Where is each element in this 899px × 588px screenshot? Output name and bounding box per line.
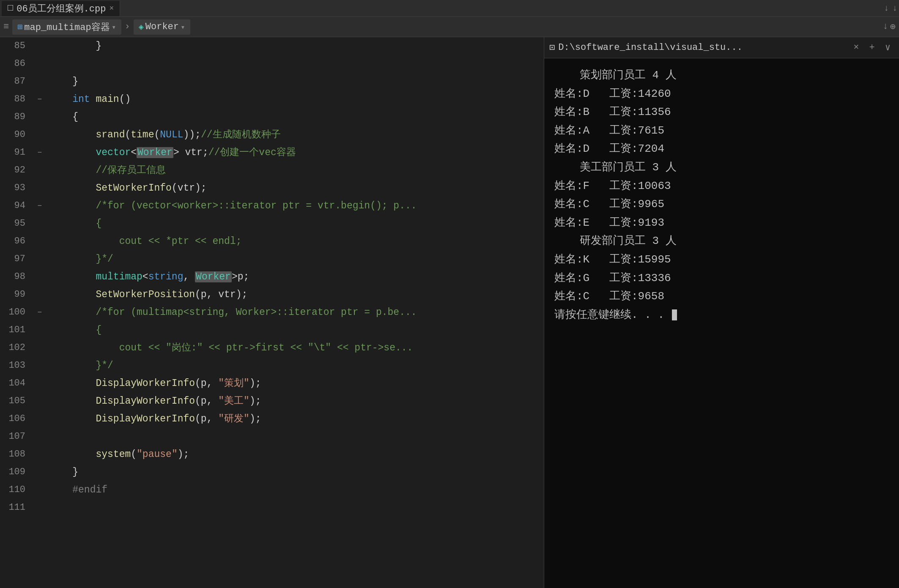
list-item: 请按任意键继续. . . — [554, 306, 889, 324]
terminal-panel: ⊡ D:\software_install\visual_stu... × + … — [544, 37, 899, 588]
list-item: 姓名:D 工资:7204 — [554, 140, 889, 158]
active-tab[interactable]: □ 06员工分组案例.cpp × — [2, 1, 120, 16]
terminal-title: D:\software_install\visual_stu... — [558, 42, 847, 53]
list-item: 策划部门员工 4 人 — [554, 67, 889, 85]
main-content: 85 } 86 87 } 88 − int main() 89 — [0, 37, 899, 588]
breadcrumb-action-1[interactable]: ↓ — [883, 21, 888, 33]
breadcrumb-segment1-icon: ⊞ — [17, 22, 22, 32]
list-item: 姓名:K 工资:15995 — [554, 251, 889, 269]
terminal-cursor — [672, 309, 677, 320]
breadcrumb-bar: ≡ ⊞ map_multimap容器 ▾ › ◈ Worker ▾ ↓ ⊕ — [0, 17, 899, 37]
list-item: 姓名:G 工资:13336 — [554, 270, 889, 287]
terminal-add-button[interactable]: + — [866, 41, 878, 55]
list-item: 姓名:C 工资:9658 — [554, 288, 889, 306]
breadcrumb-segment1-dropdown[interactable]: ▾ — [112, 22, 116, 32]
breadcrumb-segment-1[interactable]: ⊞ map_multimap容器 ▾ — [12, 19, 121, 35]
breadcrumb-sep: › — [123, 22, 132, 32]
tab-bar-actions: ↓ ↓ — [884, 3, 897, 13]
tab-action-1[interactable]: ↓ — [884, 3, 889, 13]
breadcrumb-segment2-dropdown[interactable]: ▾ — [181, 22, 185, 32]
tab-filename: 06员工分组案例.cpp — [16, 2, 106, 15]
breadcrumb-action-2[interactable]: ⊕ — [890, 21, 896, 33]
breadcrumb-left-icon: ≡ — [3, 22, 9, 32]
list-item: 姓名:C 工资:9965 — [554, 196, 889, 213]
tab-close-button[interactable]: × — [109, 4, 114, 13]
breadcrumb-segment1-label: map_multimap容器 — [24, 21, 110, 33]
list-item: 姓名:A 工资:7615 — [554, 122, 889, 140]
terminal-body[interactable]: 策划部门员工 4 人 姓名:D 工资:14260 姓名:B 工资:11356 姓… — [544, 58, 899, 588]
list-item: 姓名:E 工资:9193 — [554, 214, 889, 232]
terminal-close-button[interactable]: × — [850, 41, 862, 55]
list-item: 姓名:B 工资:11356 — [554, 104, 889, 121]
terminal-titlebar: ⊡ D:\software_install\visual_stu... × + … — [544, 37, 899, 58]
terminal-icon: ⊡ — [549, 42, 555, 53]
tab-bar: □ 06员工分组案例.cpp × ↓ ↓ — [0, 0, 899, 17]
breadcrumb-segment2-icon: ◈ — [139, 22, 144, 32]
tab-pin-icon: □ — [8, 3, 13, 14]
breadcrumb-segment2-label: Worker — [145, 22, 179, 32]
list-item: 姓名:F 工资:10063 — [554, 178, 889, 195]
breadcrumb-right-actions: ↓ ⊕ — [883, 21, 896, 33]
list-item: 美工部门员工 3 人 — [554, 159, 889, 177]
tab-action-2[interactable]: ↓ — [892, 3, 897, 13]
terminal-chevron-button[interactable]: ∨ — [882, 40, 894, 55]
list-item: 姓名:D 工资:14260 — [554, 85, 889, 103]
list-item: 研发部门员工 3 人 — [554, 232, 889, 250]
breadcrumb-segment-2[interactable]: ◈ Worker ▾ — [134, 19, 190, 35]
